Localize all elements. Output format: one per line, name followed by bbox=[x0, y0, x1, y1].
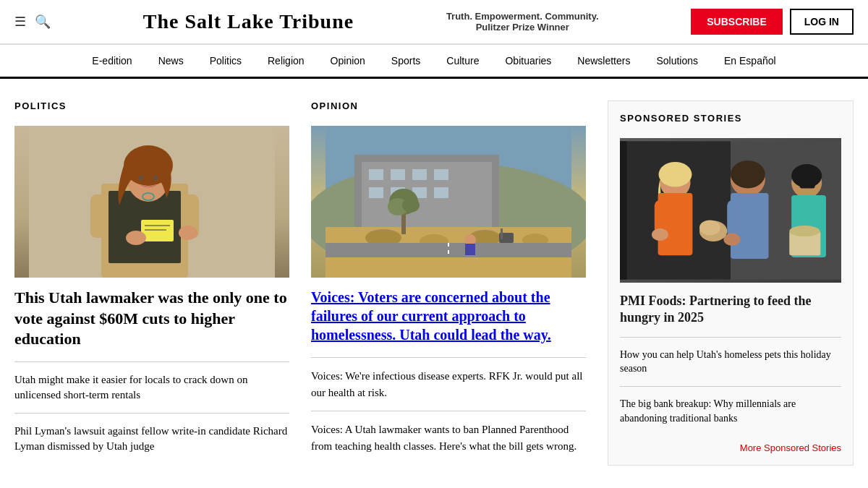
more-sponsored: More Sponsored Stories bbox=[620, 442, 841, 453]
svg-point-48 bbox=[652, 228, 668, 241]
opinion-secondary-link[interactable]: Voices: We're infectious disease experts… bbox=[311, 370, 582, 398]
svg-rect-19 bbox=[369, 169, 383, 180]
svg-rect-35 bbox=[465, 244, 475, 255]
svg-point-6 bbox=[153, 176, 158, 181]
nav-item-culture[interactable]: Culture bbox=[433, 45, 492, 77]
sponsored-item: The big bank breakup: Why millennials ar… bbox=[620, 386, 841, 435]
svg-point-50 bbox=[731, 160, 765, 188]
logo-container: The Salt Lake Tribune bbox=[143, 10, 354, 33]
tagline-line1: Truth. Empowerment. Community. bbox=[446, 11, 599, 22]
sponsored-section: SPONSORED STORIES bbox=[608, 100, 854, 466]
main-content: POLITICS bbox=[0, 79, 868, 487]
nav-item-religion[interactable]: Religion bbox=[255, 45, 318, 77]
svg-point-13 bbox=[126, 231, 146, 245]
svg-point-55 bbox=[699, 220, 720, 235]
header-left: ☰ 🔍 bbox=[14, 14, 51, 30]
secondary-article-link[interactable]: Utah might make it easier for locals to … bbox=[14, 374, 247, 401]
sponsored-main-title: PMI Foods: Partnering to feed the hungry… bbox=[620, 293, 841, 327]
politics-main-image bbox=[14, 126, 289, 278]
secondary-article: Utah might make it easier for locals to … bbox=[14, 361, 289, 413]
hamburger-icon[interactable]: ☰ bbox=[14, 14, 26, 30]
opinion-main-link[interactable]: Voices: Voters are concerned about the f… bbox=[311, 289, 551, 343]
nav-item-e-edition[interactable]: E-edition bbox=[79, 45, 145, 77]
svg-rect-11 bbox=[90, 194, 109, 238]
svg-rect-52 bbox=[727, 200, 739, 239]
site-logo[interactable]: The Salt Lake Tribune bbox=[143, 10, 354, 33]
svg-point-14 bbox=[179, 226, 197, 240]
opinion-main-image bbox=[311, 126, 586, 278]
svg-point-45 bbox=[659, 162, 692, 187]
svg-rect-62 bbox=[620, 141, 627, 279]
search-icon[interactable]: 🔍 bbox=[35, 14, 51, 30]
politics-label: POLITICS bbox=[14, 100, 289, 116]
sponsored-secondary-articles: How you can help Utah's homeless pets th… bbox=[620, 337, 841, 435]
main-nav: E-editionNewsPoliticsReligionOpinionSpor… bbox=[0, 44, 868, 79]
svg-rect-21 bbox=[412, 169, 427, 180]
header-tagline: Truth. Empowerment. Community. Pulitzer … bbox=[446, 11, 599, 33]
nav-item-opinion[interactable]: Opinion bbox=[318, 45, 378, 77]
svg-point-60 bbox=[789, 226, 820, 236]
nav-item-sports[interactable]: Sports bbox=[378, 45, 433, 77]
tagline-line2: Pulitzer Prize Winner bbox=[446, 22, 599, 33]
sponsored-item: How you can help Utah's homeless pets th… bbox=[620, 337, 841, 386]
sponsored-main-image bbox=[620, 138, 841, 283]
svg-rect-26 bbox=[434, 187, 448, 198]
opinion-main-headline: Voices: Voters are concerned about the f… bbox=[311, 288, 586, 344]
politics-main-headline: This Utah lawmaker was the only one to v… bbox=[14, 288, 289, 350]
politics-secondary-articles: Utah might make it easier for locals to … bbox=[14, 361, 289, 464]
login-button[interactable]: LOG IN bbox=[790, 9, 854, 35]
svg-rect-22 bbox=[434, 169, 448, 180]
svg-rect-23 bbox=[369, 187, 383, 198]
opinion-section: OPINION bbox=[311, 100, 586, 466]
secondary-article: Phil Lyman's lawsuit against fellow writ… bbox=[14, 413, 289, 464]
nav-item-newsletters[interactable]: Newsletters bbox=[564, 45, 643, 77]
svg-point-5 bbox=[139, 176, 143, 181]
svg-point-41 bbox=[402, 198, 420, 213]
sponsored-label: SPONSORED STORIES bbox=[620, 113, 841, 128]
opinion-secondary-link[interactable]: Voices: A Utah lawmaker wants to ban Pla… bbox=[311, 424, 576, 452]
nav-item-solutions[interactable]: Solutions bbox=[643, 45, 711, 77]
nav-item-politics[interactable]: Politics bbox=[197, 45, 255, 77]
opinion-secondary-articles: Voices: We're infectious disease experts… bbox=[311, 357, 586, 464]
subscribe-button[interactable]: SUBSCRIBE bbox=[691, 9, 782, 35]
politics-section: POLITICS bbox=[14, 100, 289, 466]
header-actions: SUBSCRIBE LOG IN bbox=[691, 9, 854, 35]
svg-point-53 bbox=[723, 234, 740, 246]
svg-rect-61 bbox=[800, 183, 815, 189]
opinion-secondary-article: Voices: A Utah lawmaker wants to ban Pla… bbox=[311, 411, 586, 464]
svg-rect-37 bbox=[501, 228, 503, 239]
politics-main-link[interactable]: This Utah lawmaker was the only one to v… bbox=[14, 288, 287, 348]
header: ☰ 🔍 The Salt Lake Tribune Truth. Empower… bbox=[0, 0, 868, 44]
more-sponsored-link[interactable]: More Sponsored Stories bbox=[740, 442, 841, 453]
secondary-article-link[interactable]: Phil Lyman's lawsuit against fellow writ… bbox=[14, 425, 287, 452]
nav-item-news[interactable]: News bbox=[145, 45, 197, 77]
nav-item-obituaries[interactable]: Obituaries bbox=[492, 45, 564, 77]
opinion-label: OPINION bbox=[311, 100, 586, 116]
nav-item-en-español[interactable]: En Español bbox=[711, 45, 789, 77]
svg-rect-20 bbox=[391, 169, 405, 180]
opinion-secondary-article: Voices: We're infectious disease experts… bbox=[311, 357, 586, 411]
